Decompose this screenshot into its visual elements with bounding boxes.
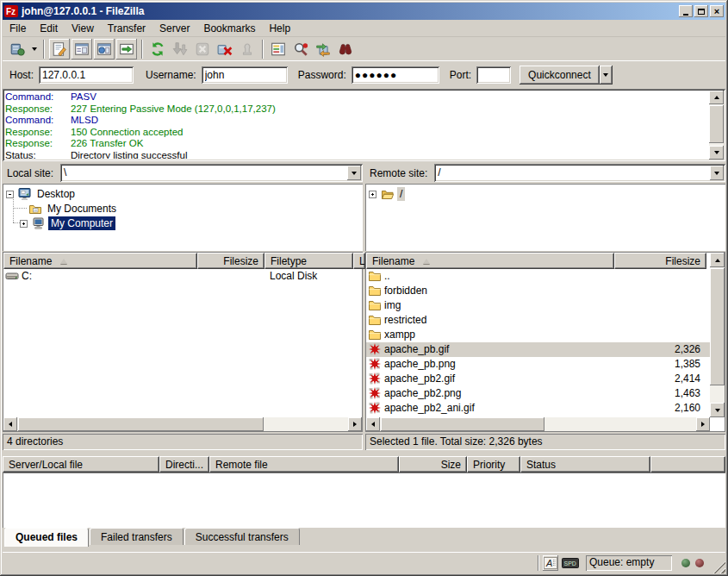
file-row-blank[interactable]: .. (366, 269, 710, 284)
column-header-filename[interactable]: Filename (366, 253, 614, 269)
triangle-right-icon (701, 422, 705, 427)
queue-column-header-blank[interactable] (650, 456, 725, 473)
file-row-c[interactable]: C:Local Disk (3, 269, 362, 284)
queue-column-header-size[interactable]: Size (399, 456, 467, 473)
menu-item-bookmarks[interactable]: Bookmarks (196, 21, 262, 36)
column-header-filesize[interactable]: Filesize (614, 253, 706, 269)
file-row-forbidden[interactable]: forbidden (366, 284, 710, 298)
tab-queued-files[interactable]: Queued files (4, 528, 89, 547)
remote-tree: / (365, 184, 725, 251)
expand-icon[interactable] (20, 220, 28, 228)
speed-limits-icon[interactable]: SPD (562, 558, 579, 568)
synchronized-browsing-button[interactable] (313, 39, 333, 59)
port-input[interactable] (476, 66, 511, 84)
site-manager-dropdown-button[interactable] (28, 39, 40, 59)
scroll-left-button[interactable] (3, 417, 17, 431)
close-button[interactable]: × (710, 5, 724, 17)
scroll-left-button[interactable] (366, 417, 380, 431)
maximize-button[interactable] (694, 5, 708, 17)
scrollbar-thumb[interactable] (709, 105, 724, 143)
local-site-combobox[interactable]: \ (60, 164, 363, 182)
scrollbar-thumb[interactable] (381, 417, 544, 431)
remote-site-combobox[interactable]: / (434, 164, 725, 182)
scroll-down-button[interactable] (710, 403, 725, 417)
scrollbar-thumb[interactable] (710, 268, 725, 385)
toggle-remote-tree-button[interactable] (94, 39, 115, 59)
menu-item-help[interactable]: Help (262, 21, 297, 36)
scroll-down-button[interactable] (709, 146, 724, 160)
filezilla-window: Fz john@127.0.0.1 - FileZilla × FileEdit… (0, 0, 728, 576)
scroll-right-button[interactable] (696, 417, 710, 431)
queue-column-header-priority[interactable]: Priority (467, 456, 520, 473)
local-status-text: 4 directories (3, 434, 363, 450)
file-row-img[interactable]: img (366, 298, 710, 313)
directory-comparison-button[interactable] (268, 39, 289, 59)
host-input[interactable] (39, 66, 134, 84)
expand-icon[interactable] (369, 191, 376, 198)
file-row-apache-pb2-png[interactable]: apache_pb2.png1,463 (366, 386, 710, 401)
reconnect-button[interactable] (237, 39, 258, 59)
remote-site-dropdown[interactable] (710, 166, 724, 180)
quickconnect-button[interactable]: Quickconnect (520, 66, 600, 85)
scroll-up-button[interactable] (710, 253, 725, 267)
collapse-icon[interactable] (6, 191, 14, 198)
tree-item-root[interactable]: / (369, 187, 405, 201)
minimize-button[interactable] (679, 5, 693, 17)
queue-column-header-remote-file[interactable]: Remote file (209, 456, 399, 473)
site-manager-button[interactable] (7, 39, 28, 59)
file-row-apache-pb-png[interactable]: apache_pb.png1,385 (366, 357, 710, 372)
column-header-l[interactable]: L (353, 253, 365, 269)
queue-column-header-directi[interactable]: Directi... (159, 456, 209, 473)
toggle-message-log-button[interactable] (49, 39, 70, 59)
toggle-transfer-queue-button[interactable] (116, 39, 137, 59)
remote-horizontal-scrollbar[interactable] (366, 417, 710, 431)
local-horizontal-scrollbar[interactable] (3, 417, 362, 431)
menu-item-transfer[interactable]: Transfer (101, 21, 152, 36)
file-row-apache-pb2-ani-gif[interactable]: apache_pb2_ani.gif2,160 (366, 401, 710, 416)
log-line-text: PASV (71, 91, 96, 102)
chevron-down-icon (32, 47, 37, 51)
file-row-apache-pb2-gif[interactable]: apache_pb2.gif2,414 (366, 372, 710, 386)
remote-vertical-scrollbar[interactable] (710, 253, 725, 417)
username-input[interactable] (202, 66, 288, 84)
log-scrollbar[interactable] (709, 91, 724, 160)
menu-item-server[interactable]: Server (152, 21, 196, 36)
password-input[interactable] (352, 66, 439, 84)
tab-successful-transfers[interactable]: Successful transfers (184, 528, 300, 545)
cancel-button[interactable] (192, 39, 213, 59)
menu-item-edit[interactable]: Edit (33, 21, 65, 36)
filename-filters-button[interactable] (290, 39, 311, 59)
file-row-restricted[interactable]: restricted (366, 313, 710, 328)
titlebar[interactable]: Fz john@127.0.0.1 - FileZilla × (3, 3, 725, 20)
triangle-up-icon (714, 96, 719, 99)
column-header-filetype[interactable]: Filetype (264, 253, 353, 269)
process-queue-button[interactable] (170, 39, 190, 59)
local-site-dropdown[interactable] (347, 166, 361, 180)
transfer-queue-body[interactable] (3, 473, 725, 528)
scroll-right-button[interactable] (348, 417, 362, 431)
remote-site-value: / (438, 166, 440, 178)
tree-item-desktop[interactable]: Desktop (6, 187, 78, 201)
find-files-button[interactable] (335, 39, 356, 59)
column-header-filename[interactable]: Filename (3, 253, 197, 269)
tree-item-my-documents[interactable]: My Documents (28, 202, 119, 216)
data-type-icon[interactable]: A (543, 555, 558, 571)
queue-column-header-server-local-file[interactable]: Server/Local file (3, 456, 159, 473)
menu-item-view[interactable]: View (65, 21, 101, 36)
queue-column-header-status[interactable]: Status (520, 456, 650, 473)
toggle-local-tree-button[interactable] (72, 39, 92, 59)
disconnect-button[interactable] (215, 39, 235, 59)
scrollbar-thumb[interactable] (18, 417, 264, 431)
remote-list-header: FilenameFilesize (366, 253, 725, 269)
file-row-xampp[interactable]: xampp (366, 328, 710, 342)
column-header-filesize[interactable]: Filesize (197, 253, 264, 269)
quickconnect-dropdown[interactable] (600, 66, 613, 85)
scroll-up-button[interactable] (709, 91, 724, 104)
menu-item-file[interactable]: File (3, 21, 33, 36)
tree-item-my-computer[interactable]: My Computer (20, 216, 115, 230)
refresh-button[interactable] (147, 39, 168, 59)
tab-failed-transfers[interactable]: Failed transfers (90, 528, 184, 545)
local-file-list: FilenameFilesizeFiletypeL C:Local Disk (3, 252, 363, 432)
file-row-apache-pb-gif[interactable]: apache_pb.gif2,326 (366, 342, 710, 357)
queue-status: Queue: empty (586, 555, 672, 571)
